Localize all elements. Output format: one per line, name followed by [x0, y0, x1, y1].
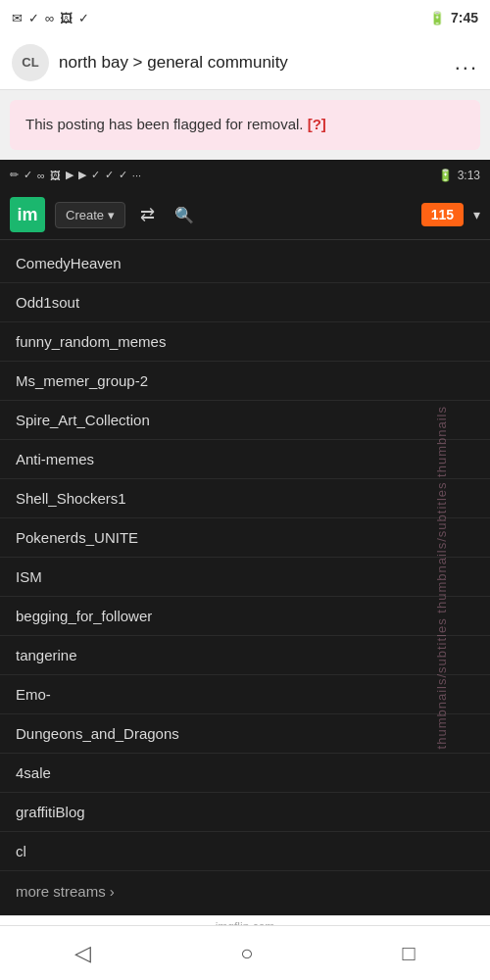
- inner-check-icon: ✓: [24, 169, 32, 181]
- inner-check3-icon: ✓: [105, 169, 114, 181]
- list-item[interactable]: Emo-: [0, 675, 490, 714]
- list-item[interactable]: Shell_Shockers1: [0, 479, 490, 518]
- inner-edit-icon: ✏: [10, 169, 19, 181]
- inner-link-icon: ∞: [37, 170, 45, 181]
- image-icon: 🖼: [60, 11, 73, 25]
- flag-banner: This posting has been flagged for remova…: [10, 100, 480, 150]
- mail-icon: ✉: [12, 11, 23, 25]
- inner-play2-icon: ▶: [78, 169, 86, 181]
- flag-help-link[interactable]: [?]: [308, 116, 326, 132]
- home-button[interactable]: ○: [220, 933, 272, 974]
- inner-top-bar: im Create ▾ ⇄ 🔍 115 ▾: [0, 191, 490, 240]
- more-options-button[interactable]: ...: [455, 50, 478, 75]
- inner-status-right: 🔋 3:13: [438, 169, 480, 182]
- stream-count: 115: [431, 207, 454, 222]
- top-nav-bar: CL north bay > general community ...: [0, 35, 490, 90]
- bottom-nav: ◁ ○ □: [0, 925, 490, 980]
- check-icon: ✓: [28, 11, 39, 25]
- check2-icon: ✓: [78, 11, 89, 25]
- stream-list: ComedyHeavenOdd1soutfunny_random_memesMs…: [0, 240, 490, 915]
- flag-message: This posting has been flagged for remova…: [25, 116, 304, 132]
- list-item[interactable]: Anti-memes: [0, 440, 490, 479]
- list-item[interactable]: Ms_memer_group-2: [0, 362, 490, 401]
- status-right: 🔋 7:45: [429, 10, 478, 25]
- recents-button[interactable]: □: [383, 933, 435, 974]
- inner-status-icons: ✏ ✓ ∞ 🖼 ▶ ▶ ✓ ✓ ✓ ···: [10, 169, 141, 181]
- list-item[interactable]: graffitiBlog: [0, 793, 490, 832]
- back-button[interactable]: ◁: [55, 933, 111, 974]
- list-item[interactable]: 4sale: [0, 754, 490, 793]
- time-display: 7:45: [451, 10, 478, 25]
- inner-check4-icon: ✓: [119, 169, 127, 181]
- breadcrumb: north bay > general community: [59, 53, 455, 73]
- list-item[interactable]: Dungeons_and_Dragons: [0, 714, 490, 754]
- stream-list-container: thumbnails/subtitles thumbnails/subtitle…: [0, 240, 490, 915]
- shuffle-button[interactable]: ⇄: [135, 199, 160, 230]
- battery-icon: 🔋: [429, 11, 445, 25]
- breadcrumb-text: north bay > general community: [59, 53, 288, 72]
- media-icon: ∞: [45, 11, 54, 25]
- imgur-logo[interactable]: im: [10, 197, 45, 232]
- list-item[interactable]: cl: [0, 832, 490, 871]
- status-bar: ✉ ✓ ∞ 🖼 ✓ 🔋 7:45: [0, 0, 490, 35]
- list-item[interactable]: Spire_Art_Collection: [0, 401, 490, 440]
- inner-dots-icon: ···: [132, 170, 141, 181]
- inner-image-icon: 🖼: [50, 170, 61, 181]
- create-label: Create: [66, 208, 104, 222]
- status-icons-left: ✉ ✓ ∞ 🖼 ✓: [12, 11, 89, 25]
- inner-time: 3:13: [458, 169, 480, 182]
- list-item[interactable]: funny_random_memes: [0, 322, 490, 362]
- list-item[interactable]: Pokenerds_UNITE: [0, 518, 490, 558]
- list-item[interactable]: ISM: [0, 558, 490, 597]
- list-item[interactable]: Odd1sout: [0, 283, 490, 322]
- search-button[interactable]: 🔍: [170, 201, 199, 229]
- create-button[interactable]: Create ▾: [55, 202, 125, 228]
- list-item[interactable]: begging_for_follower: [0, 597, 490, 636]
- avatar[interactable]: CL: [12, 44, 49, 81]
- inner-status-bar: ✏ ✓ ∞ 🖼 ▶ ▶ ✓ ✓ ✓ ··· 🔋 3:13: [0, 160, 490, 191]
- list-item[interactable]: tangerine: [0, 636, 490, 675]
- more-streams-link[interactable]: more streams ›: [0, 871, 490, 911]
- stream-dropdown-icon[interactable]: ▾: [473, 207, 480, 222]
- inner-battery-icon: 🔋: [438, 169, 453, 182]
- inner-play-icon: ▶: [66, 169, 74, 181]
- create-dropdown-icon: ▾: [108, 208, 115, 222]
- stream-count-button[interactable]: 115: [421, 203, 464, 226]
- inner-app: ✏ ✓ ∞ 🖼 ▶ ▶ ✓ ✓ ✓ ··· 🔋 3:13 im Create ▾…: [0, 160, 490, 915]
- list-item[interactable]: ComedyHeaven: [0, 244, 490, 283]
- inner-check2-icon: ✓: [91, 169, 100, 181]
